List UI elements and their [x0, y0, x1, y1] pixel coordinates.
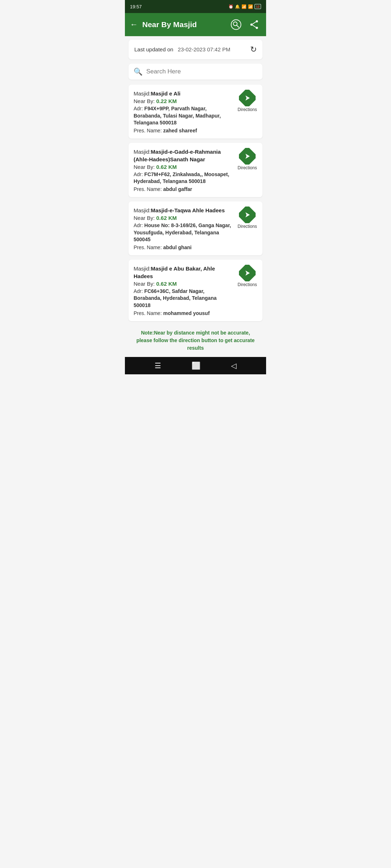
directions-button[interactable]: Directions: [237, 265, 257, 287]
masjid-label: Masjid:: [134, 207, 151, 213]
page-title: Near By Masjid: [142, 20, 225, 29]
president-line: Pres. Name: abdul ghani: [134, 244, 234, 250]
address-label: Adr:: [134, 288, 144, 294]
nav-bar: ☰ ⬜ ◁: [125, 357, 266, 374]
share-icon: [249, 19, 260, 30]
president-line: Pres. Name: mohammed yousuf: [134, 310, 234, 316]
signal-icon: 📶: [248, 4, 253, 9]
nav-menu-button[interactable]: ☰: [155, 361, 161, 370]
masjid-row: Masjid:Masjid e Ali Near By: 0.22 KM Adr…: [134, 90, 257, 133]
address-label: Adr:: [134, 171, 144, 177]
president-name: abdul ghani: [163, 244, 192, 250]
search-card: 🔍: [129, 64, 262, 80]
directions-label: Directions: [237, 165, 257, 170]
directions-label: Directions: [237, 107, 257, 112]
masjid-info: Masjid:Masjid e Abu Bakar, Ahle Hadees N…: [134, 265, 237, 316]
update-info: Last updated on 23-02-2023 07:42 PM: [134, 46, 230, 53]
masjid-name: Masjid e Ali: [151, 90, 181, 97]
svg-point-4: [256, 27, 258, 29]
masjid-row: Masjid:Masjid-e-Gadd-e-Rahmania (Ahle-Ha…: [134, 148, 257, 192]
masjid-card: Masjid:Masjid e Ali Near By: 0.22 KM Adr…: [129, 85, 262, 139]
president-label: Pres. Name:: [134, 244, 163, 250]
president-label: Pres. Name:: [134, 310, 163, 316]
masjid-name-line: Masjid:Masjid-e-Taqwa Ahle Hadees: [134, 207, 234, 214]
directions-button[interactable]: Directions: [237, 90, 257, 112]
masjid-label: Masjid:: [134, 90, 151, 97]
status-icons: ⏰ 🔔 📶 📶 12: [228, 4, 261, 9]
address-value: FC7M+F62, Zinkalwada,, Moosapet, Hyderab…: [134, 171, 229, 184]
back-button[interactable]: ←: [130, 20, 138, 29]
address-line: Adr: FC66+36C, Safdar Nagar, Borabanda, …: [134, 288, 234, 309]
masjid-row: Masjid:Masjid-e-Taqwa Ahle Hadees Near B…: [134, 207, 257, 250]
battery-indicator: 12: [255, 4, 261, 9]
address-line: Adr: House No: 8-3-169/26, Ganga Nagar, …: [134, 222, 234, 243]
masjid-card: Masjid:Masjid e Abu Bakar, Ahle Hadees N…: [129, 260, 262, 321]
president-line: Pres. Name: abdul gaffar: [134, 186, 234, 192]
directions-button[interactable]: Directions: [237, 148, 257, 170]
president-line: Pres. Name: zahed shareef: [134, 128, 234, 133]
share-button[interactable]: [247, 18, 261, 31]
note-text: Note:Near by distance might not be accur…: [129, 326, 262, 357]
svg-point-5: [251, 24, 253, 26]
svg-point-0: [231, 20, 241, 30]
svg-line-7: [253, 25, 256, 27]
masjid-info: Masjid:Masjid-e-Taqwa Ahle Hadees Near B…: [134, 207, 237, 250]
address-value: FC66+36C, Safdar Nagar, Borabanda, Hyder…: [134, 288, 216, 308]
president-name: mohammed yousuf: [163, 310, 210, 316]
masjid-card: Masjid:Masjid-e-Taqwa Ahle Hadees Near B…: [129, 201, 262, 255]
masjid-row: Masjid:Masjid e Abu Bakar, Ahle Hadees N…: [134, 265, 257, 316]
notification-icon: 🔔: [235, 4, 240, 9]
nearby-distance: 0.62 KM: [156, 215, 177, 221]
alarm-icon: ⏰: [228, 4, 234, 9]
update-datetime: 23-02-2023 07:42 PM: [178, 46, 230, 52]
masjid-label: Masjid:: [134, 149, 151, 155]
nearby-line: Near By: 0.62 KM: [134, 215, 234, 221]
svg-line-2: [237, 25, 239, 27]
update-label: Last updated on: [134, 46, 173, 52]
masjid-list: Masjid:Masjid e Ali Near By: 0.22 KM Adr…: [129, 85, 262, 321]
directions-label: Directions: [237, 282, 257, 287]
directions-button[interactable]: Directions: [237, 207, 257, 229]
search-icon: 🔍: [134, 67, 143, 76]
masjid-info: Masjid:Masjid e Ali Near By: 0.22 KM Adr…: [134, 90, 237, 133]
address-value: House No: 8-3-169/26, Ganga Nagar, Yousu…: [134, 222, 231, 242]
nearby-line: Near By: 0.62 KM: [134, 164, 234, 170]
nearby-label: Near By:: [134, 98, 156, 104]
address-label: Adr:: [134, 106, 144, 111]
masjid-name: Masjid-e-Taqwa Ahle Hadees: [151, 207, 225, 213]
nav-home-button[interactable]: ⬜: [192, 361, 201, 370]
nearby-label: Near By:: [134, 164, 156, 170]
wifi-icon: 📶: [241, 4, 247, 9]
address-line: Adr: FC7M+F62, Zinkalwada,, Moosapet, Hy…: [134, 171, 234, 185]
address-value: F94X+9PP, Parvath Nagar, Borabanda, Tula…: [134, 106, 221, 125]
nearby-line: Near By: 0.62 KM: [134, 281, 234, 287]
svg-point-3: [256, 20, 258, 22]
search-toolbar-button[interactable]: [229, 18, 243, 31]
nearby-distance: 0.22 KM: [156, 98, 177, 104]
president-label: Pres. Name:: [134, 128, 163, 133]
status-time: 19:57: [130, 4, 142, 9]
nav-back-button[interactable]: ◁: [231, 361, 236, 370]
masjid-name-line: Masjid:Masjid-e-Gadd-e-Rahmania (Ahle-Ha…: [134, 148, 234, 163]
masjid-card: Masjid:Masjid-e-Gadd-e-Rahmania (Ahle-Ha…: [129, 143, 262, 197]
search-toolbar-icon: [231, 19, 241, 30]
address-line: Adr: F94X+9PP, Parvath Nagar, Borabanda,…: [134, 105, 234, 127]
directions-icon: [239, 90, 256, 106]
masjid-info: Masjid:Masjid-e-Gadd-e-Rahmania (Ahle-Ha…: [134, 148, 237, 192]
masjid-label: Masjid:: [134, 265, 151, 272]
address-label: Adr:: [134, 222, 144, 228]
masjid-name-line: Masjid:Masjid e Abu Bakar, Ahle Hadees: [134, 265, 234, 280]
svg-line-6: [253, 22, 256, 24]
nearby-line: Near By: 0.22 KM: [134, 98, 234, 104]
directions-icon: [239, 207, 256, 223]
nearby-distance: 0.62 KM: [156, 164, 177, 170]
masjid-name-line: Masjid:Masjid e Ali: [134, 90, 234, 97]
update-card: Last updated on 23-02-2023 07:42 PM ↻: [129, 40, 262, 59]
refresh-button[interactable]: ↻: [250, 45, 257, 54]
directions-icon: [239, 265, 256, 281]
search-input[interactable]: [146, 68, 257, 75]
directions-label: Directions: [237, 224, 257, 229]
nearby-label: Near By:: [134, 215, 156, 221]
content-area: Last updated on 23-02-2023 07:42 PM ↻ 🔍 …: [125, 36, 266, 357]
president-name: abdul gaffar: [163, 186, 192, 192]
